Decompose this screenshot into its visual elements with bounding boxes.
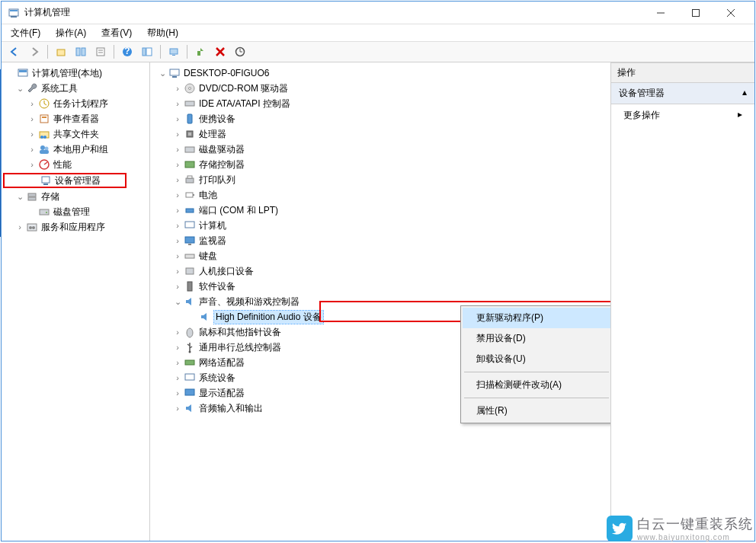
dev-software[interactable]: ›软件设备 [152, 279, 609, 294]
port-icon [184, 204, 196, 216]
pc-icon [184, 219, 196, 232]
ctx-scan[interactable]: 扫描检测硬件改动(A) [463, 375, 610, 395]
dev-printq[interactable]: ›打印队列 [152, 172, 609, 187]
main-window: 计算机管理 文件(F) 操作(A) 查看(V) 帮助(H) ? [1, 1, 755, 541]
svg-rect-19 [197, 51, 200, 56]
ctx-uninstall[interactable]: 卸载设备(U) [463, 349, 610, 369]
tree-event[interactable]: › 事件查看器 [3, 111, 148, 126]
dev-keyboard[interactable]: ›键盘 [152, 248, 609, 264]
computer-icon [168, 67, 181, 79]
twisty-icon: › [171, 373, 184, 382]
ctx-disable[interactable]: 禁用设备(D) [463, 328, 610, 349]
pane-button[interactable] [139, 43, 155, 60]
dev-ide[interactable]: ›IDE ATA/ATAPI 控制器 [152, 96, 609, 111]
menu-action[interactable]: 操作(A) [51, 25, 91, 41]
menubar: 文件(F) 操作(A) 查看(V) 帮助(H) [2, 24, 754, 41]
props-button[interactable] [92, 43, 109, 60]
dvd-icon [184, 82, 196, 94]
dev-dvd[interactable]: ›DVD/CD-ROM 驱动器 [152, 81, 609, 96]
tree-systools[interactable]: ⌄ 系统工具 [3, 81, 148, 96]
toolbar: ? [2, 41, 754, 62]
tree-users[interactable]: › 本地用户和组 [3, 142, 148, 157]
svg-point-47 [189, 88, 191, 90]
back-button[interactable] [6, 43, 23, 60]
svg-point-32 [45, 147, 49, 151]
dev-ports[interactable]: ›端口 (COM 和 LPT) [152, 203, 609, 218]
menu-view[interactable]: 查看(V) [97, 25, 136, 41]
cpu-icon [184, 128, 196, 140]
printer-icon [184, 174, 196, 186]
twisty-icon: › [26, 129, 38, 139]
computer-mgmt-icon [17, 67, 29, 79]
twisty-open-icon: ⌄ [156, 69, 168, 78]
svg-rect-8 [76, 48, 80, 56]
dev-hid[interactable]: ›人机接口设备 [152, 264, 609, 279]
dev-computer[interactable]: ›计算机 [152, 218, 609, 233]
hid-icon [184, 265, 196, 277]
tree-shared[interactable]: › 共享文件夹 [3, 126, 148, 142]
svg-rect-35 [42, 177, 50, 183]
monitor-button[interactable] [165, 43, 182, 60]
svg-rect-4 [693, 9, 700, 16]
separator [114, 45, 114, 59]
ctx-update[interactable]: 更新驱动程序(P) [463, 308, 610, 328]
svg-rect-69 [185, 389, 194, 395]
titlebar: 计算机管理 [2, 2, 754, 24]
svg-rect-41 [27, 224, 37, 231]
folder-shared-icon [38, 128, 50, 140]
update-button[interactable] [192, 43, 209, 60]
svg-point-31 [40, 145, 45, 150]
tree-storage[interactable]: ⌄ 存储 [3, 189, 148, 204]
remove-button[interactable] [212, 43, 229, 60]
tree-root[interactable]: 计算机管理(本地) [3, 65, 148, 81]
twisty-icon: › [171, 84, 184, 93]
disk-icon [184, 143, 196, 155]
svg-rect-58 [186, 209, 194, 212]
twisty-icon: › [171, 267, 184, 276]
twisty-icon: › [171, 145, 184, 154]
network-icon [184, 356, 196, 369]
actions-section[interactable]: 设备管理器 ▴ [611, 83, 754, 104]
disk-icon [38, 206, 50, 218]
menu-file[interactable]: 文件(F) [6, 25, 45, 41]
dev-battery[interactable]: ›电池 [152, 187, 609, 203]
clock-icon [38, 97, 50, 110]
storage-icon [26, 190, 38, 203]
devroot[interactable]: ⌄DESKTOP-0FIGUO6 [152, 65, 609, 81]
collapse-icon: ▴ [742, 87, 747, 100]
separator [464, 398, 609, 398]
tree-services[interactable]: › 服务和应用程序 [3, 219, 148, 235]
twisty-icon: › [171, 190, 184, 200]
twisty-icon: › [26, 145, 38, 154]
forward-button[interactable] [26, 43, 43, 60]
svg-rect-49 [187, 114, 192, 123]
minimize-button[interactable] [643, 2, 678, 24]
view-button[interactable] [72, 43, 89, 60]
speaker-icon [199, 311, 211, 323]
help-button[interactable]: ? [119, 43, 136, 60]
svg-rect-48 [185, 101, 194, 106]
ctx-props[interactable]: 属性(R) [463, 401, 610, 421]
tree-perf[interactable]: › 性能 [3, 157, 148, 172]
menu-help[interactable]: 帮助(H) [143, 25, 183, 41]
scan-button[interactable] [232, 43, 248, 60]
svg-rect-57 [193, 194, 194, 196]
actions-more[interactable]: 更多操作 ▸ [611, 104, 754, 126]
dev-monitor[interactable]: ›监视器 [152, 233, 609, 248]
dev-storage[interactable]: ›存储控制器 [152, 157, 609, 172]
twisty-icon: › [171, 358, 184, 367]
window-title: 计算机管理 [24, 6, 643, 19]
tree-devmgr[interactable]: 设备管理器 [3, 173, 127, 188]
tree-diskmgr[interactable]: 磁盘管理 [3, 204, 148, 219]
tree-task[interactable]: › 任务计划程序 [3, 96, 148, 111]
svg-rect-7 [57, 50, 65, 56]
audioio-icon [184, 402, 196, 414]
up-button[interactable] [53, 43, 69, 60]
close-button[interactable] [713, 2, 748, 24]
dev-disk[interactable]: ›磁盘驱动器 [152, 142, 609, 157]
dev-cpu[interactable]: ›处理器 [152, 126, 609, 142]
twisty-icon: › [171, 236, 184, 245]
ide-icon [184, 97, 196, 110]
maximize-button[interactable] [678, 2, 713, 24]
dev-portable[interactable]: ›便携设备 [152, 111, 609, 126]
